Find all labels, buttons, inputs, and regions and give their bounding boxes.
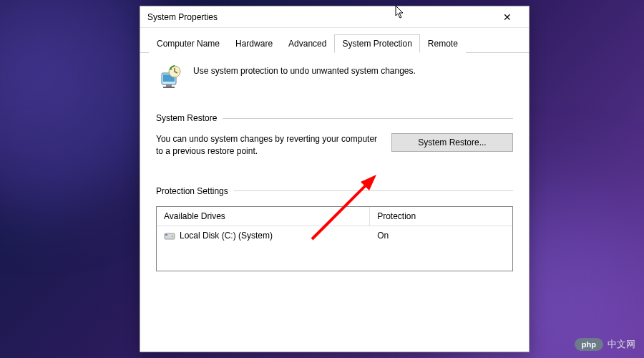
disk-icon (164, 231, 175, 241)
restore-row: You can undo system changes by reverting… (156, 133, 513, 158)
tab-content: Use system protection to undo unwanted s… (140, 53, 529, 281)
tab-remote[interactable]: Remote (420, 34, 466, 53)
protection-status: On (370, 228, 512, 243)
system-properties-dialog: System Properties ✕ Computer Name Hardwa… (140, 6, 530, 352)
svg-rect-3 (163, 87, 175, 88)
tab-hardware[interactable]: Hardware (228, 34, 280, 53)
watermark-pill: php (575, 338, 603, 351)
watermark: php 中文网 (575, 338, 635, 351)
divider (223, 118, 513, 119)
protection-settings-label: Protection Settings (156, 186, 228, 196)
divider (234, 190, 513, 191)
tab-computer-name[interactable]: Computer Name (149, 34, 228, 53)
table-row[interactable]: Local Disk (C:) (System) On (157, 226, 512, 245)
drive-name: Local Disk (C:) (System) (180, 231, 273, 241)
tab-advanced[interactable]: Advanced (280, 34, 334, 53)
column-protection[interactable]: Protection (370, 207, 512, 226)
drives-table: Available Drives Protection Local Disk (… (156, 206, 513, 271)
system-restore-button[interactable]: System Restore... (391, 133, 513, 152)
svg-point-7 (172, 236, 173, 237)
close-icon: ✕ (503, 11, 512, 23)
system-protection-icon (156, 63, 185, 92)
dialog-title: System Properties (147, 12, 493, 22)
close-button[interactable]: ✕ (493, 7, 522, 27)
column-available-drives[interactable]: Available Drives (157, 207, 370, 226)
intro-text: Use system protection to undo unwanted s… (193, 63, 416, 76)
table-spacer (157, 245, 512, 271)
system-restore-label: System Restore (156, 113, 217, 123)
svg-rect-6 (165, 234, 167, 236)
tabs-bar: Computer Name Hardware Advanced System P… (140, 28, 529, 53)
restore-description: You can undo system changes by reverting… (156, 133, 380, 158)
protection-settings-header: Protection Settings (156, 186, 513, 196)
titlebar: System Properties ✕ (140, 6, 529, 28)
drives-table-header: Available Drives Protection (157, 207, 512, 226)
svg-rect-2 (166, 84, 172, 87)
watermark-text: 中文网 (608, 338, 635, 351)
tab-system-protection[interactable]: System Protection (334, 34, 419, 53)
intro-row: Use system protection to undo unwanted s… (156, 63, 513, 92)
system-restore-header: System Restore (156, 113, 513, 123)
